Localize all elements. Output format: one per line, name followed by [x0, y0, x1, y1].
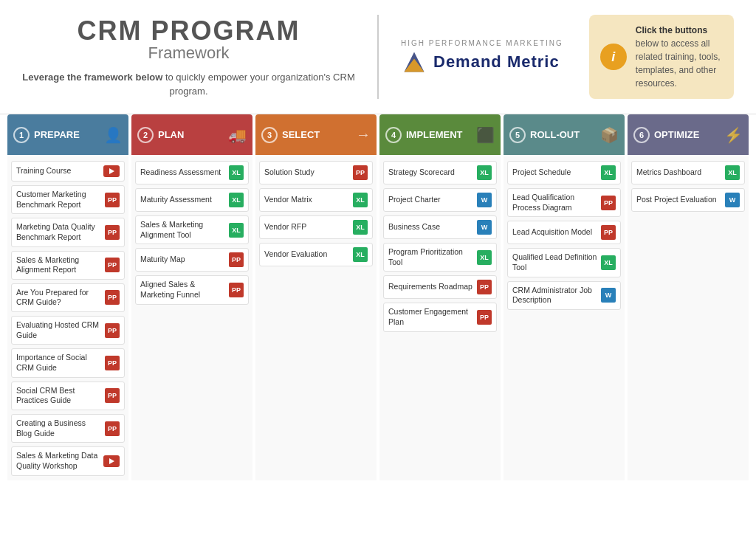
item-type-icon: XL: [353, 220, 368, 235]
item-type-icon: XL: [477, 250, 492, 265]
list-item[interactable]: Sales & Marketing Alignment ToolXL: [135, 215, 249, 244]
list-item[interactable]: Customer Marketing Benchmark ReportPP: [11, 185, 125, 214]
item-type-icon: W: [477, 220, 492, 235]
item-label: Business Case: [388, 222, 474, 232]
col-header-left-prepare: 1PREPARE: [13, 127, 80, 143]
item-type-icon: XL: [601, 255, 616, 270]
item-label: Program Prioritization Tool: [388, 247, 474, 267]
header-right: High Performance Marketing Demand Metric…: [379, 15, 734, 99]
step-num-implement: 4: [385, 127, 402, 143]
list-item[interactable]: Aligned Sales & Marketing FunnelPP: [135, 275, 249, 304]
item-type-icon: [103, 165, 120, 177]
item-type-icon: W: [601, 288, 616, 303]
col-header-left-select: 3SELECT: [261, 127, 320, 143]
list-item[interactable]: Evaluating Hosted CRM GuidePP: [11, 316, 125, 345]
item-type-icon: W: [725, 193, 740, 207]
list-item[interactable]: Business CaseW: [383, 215, 497, 239]
svg-marker-1: [405, 58, 425, 72]
item-type-icon: [103, 455, 120, 467]
item-type-icon: PP: [105, 258, 120, 272]
item-label: Strategy Scorecard: [388, 168, 474, 178]
col-header-select: 3SELECT→: [255, 114, 377, 155]
col-header-optimize: 6OPTIMIZE⚡: [628, 114, 749, 155]
info-icon: i: [600, 44, 627, 70]
list-item[interactable]: Requirements RoadmapPP: [383, 275, 497, 299]
col-header-left-plan: 2PLAN: [137, 127, 184, 143]
column-rollout: 5ROLL-OUT📦Project ScheduleXLLead Qualifi…: [504, 114, 625, 480]
info-text: Click the buttons below to access all re…: [636, 24, 723, 90]
col-header-left-implement: 4IMPLEMENT: [385, 127, 463, 143]
item-type-icon: XL: [229, 165, 244, 180]
col-icon-select: →: [356, 126, 371, 143]
list-item[interactable]: Maturity AssessmentXL: [135, 188, 249, 212]
header-subtitle: Leverage the framework below to quickly …: [22, 70, 355, 99]
col-header-left-optimize: 6OPTIMIZE: [633, 127, 699, 143]
list-item[interactable]: Importance of Social CRM GuidePP: [11, 348, 125, 377]
list-item[interactable]: Post Project EvaluationW: [631, 188, 745, 212]
item-label: Sales & Marketing Alignment Tool: [140, 220, 226, 240]
list-item[interactable]: Sales & Marketing Alignment ReportPP: [11, 251, 125, 280]
item-type-icon: PP: [105, 421, 120, 436]
list-item[interactable]: Maturity MapPP: [135, 248, 249, 272]
list-item[interactable]: Are You Prepared for CRM Guide?PP: [11, 283, 125, 312]
item-type-icon: PP: [105, 193, 120, 207]
item-type-icon: PP: [353, 165, 368, 180]
col-label-plan: PLAN: [158, 129, 184, 140]
col-icon-prepare: 👤: [104, 126, 123, 144]
item-label: Requirements Roadmap: [388, 282, 474, 292]
subtitle-rest: to quickly empower your organization's C…: [162, 72, 354, 97]
col-label-rollout: ROLL-OUT: [530, 129, 580, 140]
step-num-rollout: 5: [509, 127, 526, 143]
col-icon-plan: 🚚: [228, 126, 247, 144]
item-type-icon: PP: [229, 252, 244, 267]
list-item[interactable]: Training Course: [11, 161, 125, 182]
brand-section: High Performance Marketing Demand Metric: [401, 39, 563, 75]
item-type-icon: W: [477, 193, 492, 207]
info-bold: Click the buttons: [636, 25, 707, 35]
col-header-prepare: 1PREPARE👤: [7, 114, 128, 155]
col-header-implement: 4IMPLEMENT⬛: [379, 114, 501, 155]
item-label: Aligned Sales & Marketing Funnel: [140, 280, 226, 300]
list-item[interactable]: Customer Engagement PlanPP: [383, 303, 497, 331]
item-type-icon: XL: [353, 193, 368, 207]
title-crm: CRM PROGRAM: [78, 15, 300, 46]
list-item[interactable]: Marketing Data Quality Benchmark ReportP…: [11, 218, 125, 246]
item-label: Project Schedule: [512, 168, 598, 178]
subtitle-bold: Leverage the framework below: [22, 72, 162, 83]
list-item[interactable]: Project CharterW: [383, 188, 497, 212]
list-item[interactable]: Solution StudyPP: [259, 161, 373, 184]
columns-wrapper: 1PREPARE👤Training CourseCustomer Marketi…: [0, 114, 756, 488]
col-icon-optimize: ⚡: [724, 126, 743, 144]
item-label: Maturity Assessment: [140, 195, 226, 205]
list-item[interactable]: Strategy ScorecardXL: [383, 161, 497, 184]
col-icon-rollout: 📦: [600, 126, 619, 144]
list-item[interactable]: Vendor RFPXL: [259, 215, 373, 239]
step-num-optimize: 6: [633, 127, 650, 143]
list-item[interactable]: Lead Qualification Process DiagramPP: [507, 188, 621, 217]
item-label: Training Course: [16, 166, 100, 176]
item-label: Marketing Data Quality Benchmark Report: [16, 222, 102, 242]
list-item[interactable]: Readiness AssessmentXL: [135, 161, 249, 184]
item-type-icon: XL: [229, 223, 244, 238]
column-prepare: 1PREPARE👤Training CourseCustomer Marketi…: [7, 114, 128, 480]
header-left: CRM PROGRAM Framework Leverage the frame…: [22, 15, 379, 99]
info-box: i Click the buttons below to access all …: [589, 15, 734, 99]
step-num-plan: 2: [137, 127, 154, 143]
list-item[interactable]: Vendor MatrixXL: [259, 188, 373, 212]
item-label: Importance of Social CRM Guide: [16, 353, 102, 373]
list-item[interactable]: Vendor EvaluationXL: [259, 243, 373, 266]
item-label: Post Project Evaluation: [636, 195, 722, 205]
item-label: CRM Administrator Job Description: [512, 286, 598, 306]
list-item[interactable]: Lead Acquisition ModelPP: [507, 221, 621, 244]
item-type-icon: PP: [477, 310, 492, 325]
list-item[interactable]: Project ScheduleXL: [507, 161, 621, 184]
list-item[interactable]: Program Prioritization ToolXL: [383, 243, 497, 272]
list-item[interactable]: Creating a Business Blog GuidePP: [11, 414, 125, 443]
list-item[interactable]: Qualified Lead Definition ToolXL: [507, 248, 621, 277]
list-item[interactable]: Sales & Marketing Data Quality Workshop: [11, 446, 125, 475]
list-item[interactable]: CRM Administrator Job DescriptionW: [507, 281, 621, 310]
list-item[interactable]: Social CRM Best Practices GuidePP: [11, 382, 125, 410]
list-item[interactable]: Metrics DashboardXL: [631, 161, 745, 184]
column-optimize: 6OPTIMIZE⚡Metrics DashboardXLPost Projec…: [628, 114, 749, 480]
item-type-icon: XL: [353, 247, 368, 262]
